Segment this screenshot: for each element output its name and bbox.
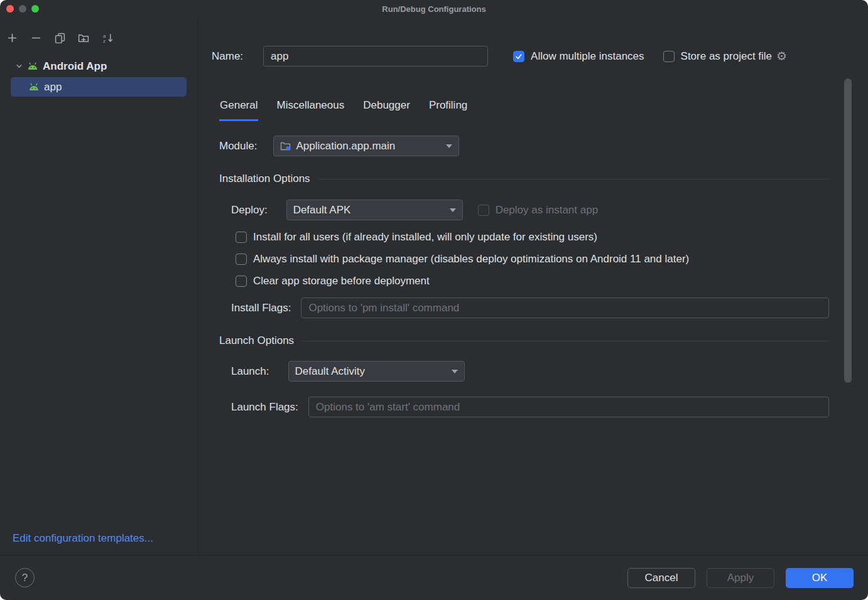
always-install-with-package-manager-checkbox[interactable]: Always install with package manager (dis… [236, 252, 689, 267]
scrollbar-thumb[interactable] [844, 78, 852, 383]
always-install-with-package-manager-label: Always install with package manager (dis… [253, 253, 689, 265]
install-for-all-users-checkbox[interactable]: Install for all users (if already instal… [236, 230, 689, 245]
launch-row: Launch: Default Activity [231, 360, 465, 382]
gear-icon[interactable]: ⚙ [776, 50, 787, 62]
launch-value: Default Activity [295, 365, 366, 378]
deploy-select[interactable]: Default APK [286, 200, 463, 220]
checkbox-unchecked-icon[interactable] [236, 254, 247, 265]
module-icon [280, 141, 291, 151]
allow-multiple-instances-label: Allow multiple instances [531, 50, 644, 63]
deploy-as-instant-app-label: Deploy as instant app [496, 204, 599, 217]
tab-profiling[interactable]: Profiling [428, 94, 468, 121]
launch-flags-label: Launch Flags: [231, 401, 298, 414]
titlebar: Run/Debug Configurations [0, 0, 868, 18]
tab-general[interactable]: General [219, 94, 258, 121]
new-folder-icon[interactable] [76, 30, 91, 45]
deploy-row: Deploy: Default APK Deploy as instant ap… [231, 199, 598, 221]
clear-app-storage-checkbox[interactable]: Clear app storage before deployment [236, 274, 689, 289]
module-row: Module: Application.app.main [219, 136, 459, 156]
install-flags-input[interactable] [301, 297, 829, 318]
dropdown-arrow-icon [446, 144, 452, 148]
name-label: Name: [212, 50, 243, 63]
sort-alphabetically-icon[interactable]: az [100, 30, 115, 45]
close-window-button[interactable] [6, 5, 14, 13]
chevron-down-icon[interactable] [11, 62, 27, 71]
launch-flags-row: Launch Flags: [231, 397, 829, 417]
remove-configuration-icon[interactable] [28, 30, 43, 45]
dropdown-arrow-icon [452, 370, 458, 373]
minimize-window-button[interactable] [19, 5, 26, 13]
tree-group-label: Android App [43, 60, 107, 73]
install-flags-row: Install Flags: [231, 297, 829, 318]
install-option-checkboxes: Install for all users (if already instal… [236, 230, 689, 289]
tree-group-android-app[interactable]: Android App [11, 56, 187, 76]
cancel-button[interactable]: Cancel [627, 568, 695, 588]
help-button[interactable]: ? [15, 568, 35, 587]
tab-miscellaneous[interactable]: Miscellaneous [276, 94, 345, 121]
tree-item-app[interactable]: app [11, 77, 187, 97]
module-label: Module: [219, 140, 257, 153]
svg-text:z: z [103, 38, 106, 43]
deploy-label: Deploy: [231, 204, 268, 217]
question-mark-icon: ? [22, 572, 28, 584]
dialog-footer: ? Cancel Apply OK [0, 555, 868, 600]
launch-select[interactable]: Default Activity [288, 361, 465, 382]
checkbox-checked-icon[interactable] [513, 51, 524, 62]
installation-options-header: Installation Options [219, 173, 829, 185]
tab-bar: General Miscellaneous Debugger Profiling [219, 94, 468, 121]
copy-configuration-icon[interactable] [52, 30, 67, 45]
zoom-window-button[interactable] [31, 5, 39, 13]
install-for-all-users-label: Install for all users (if already instal… [253, 231, 597, 244]
configuration-editor: Name: Allow multiple instances Store as … [198, 18, 868, 555]
deploy-as-instant-app-checkbox: Deploy as instant app [478, 204, 599, 217]
installation-options-title: Installation Options [219, 173, 310, 185]
dropdown-arrow-icon [450, 208, 456, 212]
android-icon [28, 83, 40, 91]
footer-buttons: Cancel Apply OK [627, 568, 854, 588]
launch-flags-input[interactable] [308, 397, 829, 417]
checkbox-disabled-icon [478, 205, 489, 216]
clear-app-storage-label: Clear app storage before deployment [253, 275, 430, 287]
edit-configuration-templates-link[interactable]: Edit configuration templates... [13, 532, 153, 545]
install-flags-label: Install Flags: [231, 302, 291, 314]
checkbox-unchecked-icon[interactable] [663, 51, 675, 62]
launch-label: Launch: [231, 365, 269, 378]
configurations-sidebar: az Android App app Edit configuration te… [0, 18, 198, 555]
configurations-tree: Android App app [0, 51, 198, 97]
launch-options-header: Launch Options [219, 335, 829, 347]
launch-options-title: Launch Options [219, 335, 294, 347]
traffic-lights [6, 5, 39, 13]
store-as-project-file-checkbox[interactable]: Store as project file [663, 50, 773, 63]
checkbox-unchecked-icon[interactable] [236, 232, 247, 243]
allow-multiple-instances-checkbox[interactable]: Allow multiple instances [513, 50, 644, 63]
apply-button[interactable]: Apply [707, 568, 774, 588]
section-divider [302, 341, 829, 341]
section-divider [318, 179, 829, 179]
module-select[interactable]: Application.app.main [273, 136, 459, 156]
checkbox-unchecked-icon[interactable] [236, 276, 247, 287]
ok-button[interactable]: OK [786, 568, 854, 588]
sidebar-toolbar: az [0, 18, 198, 51]
android-icon [27, 62, 38, 70]
tree-item-label: app [44, 81, 62, 94]
tab-debugger[interactable]: Debugger [362, 94, 411, 121]
window-title: Run/Debug Configurations [0, 4, 868, 14]
name-input[interactable] [263, 46, 488, 67]
module-value: Application.app.main [296, 140, 395, 153]
store-as-project-file-label: Store as project file [681, 50, 773, 63]
name-row: Name: Allow multiple instances Store as … [212, 46, 855, 67]
deploy-value: Default APK [293, 204, 351, 217]
add-configuration-icon[interactable] [4, 30, 19, 45]
run-debug-configurations-dialog: Run/Debug Configurations az [0, 0, 868, 600]
